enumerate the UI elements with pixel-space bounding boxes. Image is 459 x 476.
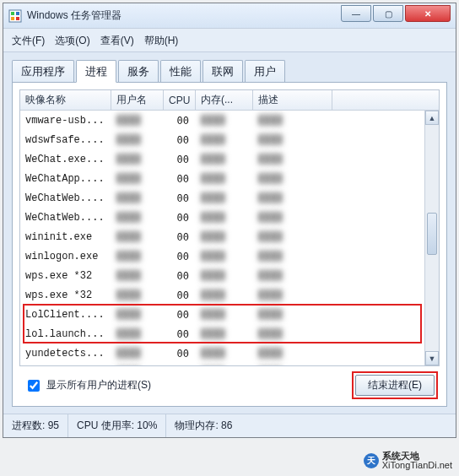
titlebar[interactable]: Windows 任务管理器 — ▢ ✕	[3, 3, 456, 29]
cell-cpu: 00	[164, 363, 196, 365]
task-manager-window: Windows 任务管理器 — ▢ ✕ 文件(F) 选项(O) 查看(V) 帮助…	[3, 3, 456, 438]
cell-image-name: yundetects...	[20, 343, 111, 363]
cell-description: ████	[253, 111, 332, 130]
cell-cpu: 00	[164, 227, 196, 246]
menu-options[interactable]: 选项(O)	[55, 34, 89, 48]
scroll-thumb[interactable]	[427, 213, 437, 255]
cell-user-name: ████	[111, 363, 164, 365]
cell-memory: ████	[196, 208, 253, 227]
svg-rect-3	[11, 17, 14, 20]
cell-memory: ████	[196, 227, 253, 246]
col-memory[interactable]: 内存(...	[196, 90, 253, 110]
cell-description: ████	[253, 227, 332, 246]
cell-user-name: ████	[111, 149, 164, 169]
tab-processes[interactable]: 进程	[76, 60, 116, 83]
cell-user-name: ████	[111, 111, 164, 130]
tab-content-processes: 映像名称 用户名 CPU 内存(... 描述 vmware-usb...████…	[12, 82, 447, 407]
minimize-button[interactable]: —	[341, 5, 371, 22]
cell-image-name: WeChatWeb....	[20, 208, 111, 227]
cell-memory: ████	[196, 266, 253, 285]
cell-image-name: wps.exe *32	[20, 266, 111, 285]
cell-image-name: WeChatApp....	[20, 169, 111, 188]
scroll-down-button[interactable]: ▼	[425, 351, 439, 365]
col-user-name[interactable]: 用户名	[111, 90, 164, 110]
cell-cpu: 00	[164, 169, 196, 188]
table-row[interactable]: WeChatApp....████00████ ████	[20, 169, 424, 188]
end-process-button[interactable]: 结束进程(E)	[355, 375, 435, 396]
cell-user-name: ████	[111, 324, 164, 343]
cell-memory: ████	[196, 246, 253, 266]
tab-footer: 显示所有用户的进程(S) 结束进程(E)	[19, 366, 440, 399]
table-row[interactable]: wps.exe *32████00████ ████	[20, 266, 424, 285]
cell-cpu: 00	[164, 188, 196, 208]
svg-rect-1	[11, 12, 14, 15]
cell-description: ████	[253, 343, 332, 363]
table-row[interactable]: lol.launch...████00████ ████	[20, 324, 424, 343]
cell-description: ████	[253, 188, 332, 208]
window-title: Windows 任务管理器	[27, 8, 122, 23]
cell-cpu: 00	[164, 130, 196, 149]
tab-apps[interactable]: 应用程序	[12, 60, 74, 83]
cell-memory: ████	[196, 130, 253, 149]
cell-image-name: vmware-usb...	[20, 111, 111, 130]
cell-description: ████	[253, 246, 332, 266]
cell-description: ████	[253, 266, 332, 285]
cell-user-name: ████	[111, 285, 164, 305]
close-button[interactable]: ✕	[405, 5, 451, 22]
maximize-button[interactable]: ▢	[373, 5, 403, 22]
cell-cpu: 00	[164, 343, 196, 363]
menu-file[interactable]: 文件(F)	[12, 34, 45, 48]
cell-image-name: LolClient....	[20, 305, 111, 324]
app-icon	[8, 9, 22, 23]
status-process-count: 进程数: 95	[3, 414, 68, 437]
cell-user-name: ████	[111, 208, 164, 227]
table-row[interactable]: vmware-usb...████00████ ████	[20, 111, 424, 130]
table-row[interactable]: WeChatWeb....████00████ ████	[20, 188, 424, 208]
table-row[interactable]: winlogon.exe████00████ ████	[20, 246, 424, 266]
cell-cpu: 00	[164, 208, 196, 227]
process-table-header: 映像名称 用户名 CPU 内存(... 描述	[20, 90, 439, 111]
cell-image-name: winlogon.exe	[20, 246, 111, 266]
tab-performance[interactable]: 性能	[160, 60, 201, 83]
table-row[interactable]: wps.exe *32████00████ ████	[20, 285, 424, 305]
tab-services[interactable]: 服务	[118, 60, 159, 83]
cell-memory: ████	[196, 111, 253, 130]
cell-memory: ████	[196, 363, 253, 365]
table-row[interactable]: WeChatWeb....████00████ ████	[20, 208, 424, 227]
cell-cpu: 00	[164, 149, 196, 169]
table-row[interactable]: wdswfsafe....████00████ ████	[20, 130, 424, 149]
scroll-up-button[interactable]: ▲	[425, 111, 439, 125]
cell-user-name: ████	[111, 169, 164, 188]
menu-view[interactable]: 查看(V)	[100, 34, 134, 48]
show-all-users-input[interactable]	[28, 380, 40, 392]
table-row[interactable]: wininit.exe████00████ ████	[20, 227, 424, 246]
status-physical-memory: 物理内存: 86	[166, 414, 240, 437]
menu-help[interactable]: 帮助(H)	[144, 34, 179, 48]
cell-memory: ████	[196, 149, 253, 169]
status-cpu-usage: CPU 使用率: 10%	[68, 414, 166, 437]
show-all-users-checkbox[interactable]: 显示所有用户的进程(S)	[24, 377, 151, 394]
tabstrip: 应用程序 进程 服务 性能 联网 用户	[3, 52, 456, 82]
tab-network[interactable]: 联网	[202, 60, 243, 83]
cell-description: ████	[253, 324, 332, 343]
cell-user-name: ████	[111, 130, 164, 149]
process-list[interactable]: vmware-usb...████00████ ████ wdswfsafe..…	[20, 111, 439, 365]
table-row[interactable]: ZhuDongFan...████00████ ████	[20, 363, 424, 365]
cell-description: ████	[253, 149, 332, 169]
cell-cpu: 00	[164, 305, 196, 324]
col-cpu[interactable]: CPU	[164, 90, 196, 110]
vertical-scrollbar[interactable]: ▲ ▼	[424, 111, 439, 365]
table-row[interactable]: yundetects...████00████ ████	[20, 343, 424, 363]
cell-description: ████	[253, 130, 332, 149]
tab-users[interactable]: 用户	[245, 60, 285, 83]
col-image-name[interactable]: 映像名称	[20, 90, 111, 110]
table-row[interactable]: WeChat.exe...████00████ ████	[20, 149, 424, 169]
cell-memory: ████	[196, 169, 253, 188]
cell-cpu: 00	[164, 285, 196, 305]
table-row[interactable]: LolClient....████00████ ████	[20, 305, 424, 324]
svg-rect-2	[16, 12, 19, 15]
cell-cpu: 00	[164, 246, 196, 266]
cell-cpu: 00	[164, 111, 196, 130]
process-table: 映像名称 用户名 CPU 内存(... 描述 vmware-usb...████…	[19, 89, 440, 366]
col-description[interactable]: 描述	[253, 90, 332, 110]
